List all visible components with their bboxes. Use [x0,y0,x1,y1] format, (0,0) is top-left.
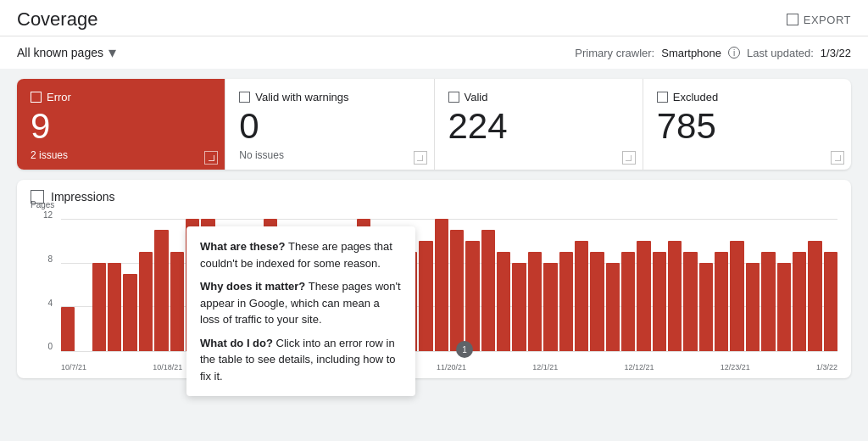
bar-29 [512,263,526,351]
bar-35 [606,263,620,351]
valid-card-number: 224 [448,107,629,146]
y-label-0: 0 [47,342,53,351]
valid-warnings-card[interactable]: Valid with warnings 0 No issues [225,79,434,170]
error-checkbox-icon [31,92,42,103]
bar-3 [108,263,121,351]
error-card-sub: 2 issues [31,149,211,161]
valid-expand-icon[interactable] [622,151,636,165]
bar-43 [730,241,743,351]
x-label-1: 10/18/21 [153,363,182,371]
filter-meta: Primary crawler: Smartphone i Last updat… [575,47,851,59]
bar-37 [637,241,650,351]
export-checkbox-icon [787,14,798,25]
page-title: Coverage [17,8,97,31]
top-bar: Coverage EXPORT [0,0,868,36]
valid-warnings-card-number: 0 [239,107,420,146]
filter-bar: All known pages ▾ Primary crawler: Smart… [0,36,868,69]
y-label-8: 8 [47,254,53,264]
valid-card[interactable]: Valid 224 [435,79,643,170]
bar-49 [824,252,837,351]
bar-4 [123,274,136,351]
valid-warnings-expand-icon[interactable] [414,151,427,165]
bar-2 [92,263,106,351]
bar-26 [465,241,479,351]
x-label-6: 12/12/21 [624,363,654,371]
page-filter-dropdown[interactable]: All known pages ▾ [17,43,116,62]
y-label-4: 4 [47,299,53,308]
tooltip-p3: What do I do? Click into an error row in… [200,335,402,385]
tooltip: What are these? These are pages that cou… [186,226,415,396]
chart-label: Impressions [51,190,114,204]
bar-45 [761,252,775,351]
export-button[interactable]: EXPORT [787,14,851,26]
bar-6 [154,230,168,351]
tooltip-q3: What do I do? [200,337,276,349]
error-card-header: Error [31,91,211,103]
bar-28 [497,252,510,351]
cards-row: Error 9 2 issues Valid with warnings 0 N… [17,79,851,170]
valid-card-header: Valid [448,91,629,103]
error-card-expand-icon[interactable] [204,151,218,165]
excluded-card-number: 785 [657,107,837,146]
valid-warnings-card-label: Valid with warnings [255,91,348,103]
bar-24 [435,219,448,351]
tooltip-p2: Why does it matter? These pages won't ap… [200,278,402,328]
expand-arrow-dark-icon [417,155,423,161]
error-card-label: Error [47,91,71,103]
bar-34 [590,252,604,351]
filter-dropdown-label: All known pages [17,46,103,59]
bar-42 [715,252,728,351]
bars-area [61,219,837,351]
info-icon[interactable]: i [728,47,740,59]
bar-5 [139,252,153,351]
bar-40 [683,252,697,351]
chart-header: Impressions [31,190,837,204]
bar-32 [559,252,573,351]
bar-27 [481,230,495,351]
expand-arrow-excluded-icon [835,155,841,161]
valid-warnings-card-header: Valid with warnings [239,91,420,103]
tooltip-q1: What are these? [200,240,288,253]
last-updated-value: 1/3/22 [821,47,851,59]
valid-checkbox-icon [448,92,459,103]
valid-warnings-checkbox-icon [239,92,250,103]
excluded-checkbox-icon [657,92,668,103]
tooltip-q2: Why does it matter? [200,280,309,293]
x-label-4: 11/20/21 [437,363,466,371]
chevron-down-icon: ▾ [108,43,116,62]
bar-7 [170,252,184,351]
excluded-card-header: Excluded [657,91,837,103]
x-label-0: 10/7/21 [61,363,86,371]
bar-25 [450,230,464,351]
chart-area: Impressions Pages 12 8 4 0 10/7/21 10/18… [17,180,851,378]
excluded-expand-icon[interactable] [831,151,844,165]
expand-arrow-valid-icon [626,155,632,161]
y-axis: 12 8 4 0 [31,210,56,351]
bar-0 [61,307,75,351]
last-updated-label: Last updated: [747,47,814,59]
bar-48 [808,241,821,351]
chart-container: Pages 12 8 4 0 10/7/21 10/18/21 10/29/21… [31,210,837,371]
bar-33 [575,241,588,351]
main-content: Error 9 2 issues Valid with warnings 0 N… [0,69,868,388]
scrubber-dot[interactable]: 1 [456,341,473,358]
x-label-5: 12/1/21 [532,363,558,371]
y-label-12: 12 [43,210,53,220]
bar-38 [653,252,666,351]
bar-46 [777,263,791,351]
excluded-card[interactable]: Excluded 785 [643,79,851,170]
bar-30 [528,252,542,351]
expand-arrow-icon [209,155,214,161]
primary-crawler-label: Primary crawler: [575,47,654,59]
y-axis-title: Pages [31,200,54,209]
x-axis: 10/7/21 10/18/21 10/29/21 11/9/21 11/20/… [61,363,837,371]
tooltip-p1: What are these? These are pages that cou… [200,238,402,271]
bar-41 [699,263,713,351]
x-label-7: 12/23/21 [721,363,750,371]
bar-39 [668,241,682,351]
error-card[interactable]: Error 9 2 issues [17,79,225,170]
grid-line-bottom [61,351,837,352]
excluded-card-label: Excluded [673,91,718,103]
bar-23 [419,241,432,351]
x-label-8: 1/3/22 [816,363,837,371]
